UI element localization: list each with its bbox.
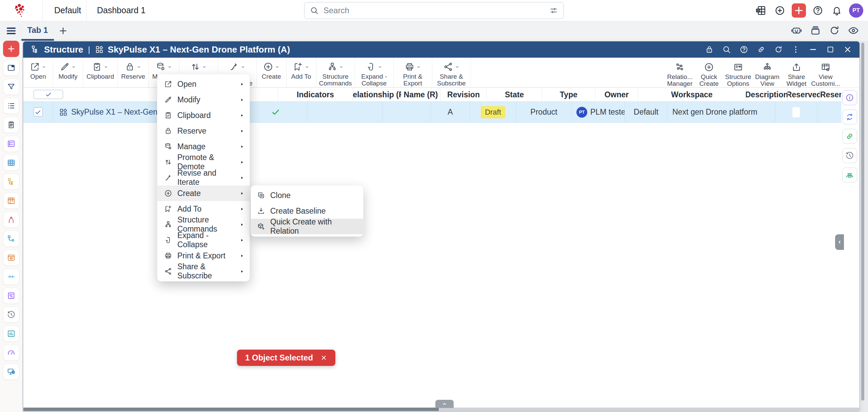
dashboard-gauge-icon[interactable] <box>3 345 19 361</box>
kanban-view-icon[interactable] <box>3 193 19 209</box>
horizontal-scrollbar-thumb[interactable] <box>23 408 439 411</box>
collaboration-panel-icon[interactable] <box>842 168 857 182</box>
notifications-icon[interactable] <box>829 2 845 19</box>
new-item-button[interactable] <box>3 41 19 57</box>
help-icon[interactable] <box>739 45 748 54</box>
toolbar-button[interactable]: Reserve <box>118 58 149 87</box>
add-tab-button[interactable] <box>58 26 68 36</box>
context-menu-item[interactable]: Clipboard <box>157 107 250 123</box>
context-menu-item[interactable]: Modify <box>157 92 250 107</box>
submenu-item[interactable]: Clone <box>251 188 363 203</box>
windows-icon[interactable] <box>3 60 19 76</box>
context-menu-item[interactable]: Print & Export <box>157 248 250 263</box>
toolbar-button[interactable]: Clipboard <box>83 58 118 87</box>
hamburger-menu-icon[interactable] <box>5 25 17 37</box>
context-menu-item[interactable]: Revise and Iterate <box>157 170 250 185</box>
column-header[interactable]: Revision <box>440 87 487 102</box>
panel-collapse-handle[interactable] <box>835 234 844 250</box>
history-panel-icon[interactable] <box>842 148 857 163</box>
toolbar-button[interactable]: Quick Create <box>694 58 724 87</box>
toolbar-button[interactable]: Open <box>23 58 53 87</box>
horizontal-scrollbar[interactable] <box>23 408 859 411</box>
vertical-scrollbar-thumb[interactable] <box>861 43 864 400</box>
search-settings-icon[interactable] <box>549 6 558 15</box>
close-icon[interactable] <box>843 45 852 54</box>
form-view-icon[interactable] <box>3 136 19 152</box>
toolbar-button[interactable]: View Customi... <box>811 58 840 87</box>
table-view-icon[interactable] <box>3 155 19 171</box>
submenu-item[interactable]: Create Baseline <box>251 203 363 219</box>
history-icon[interactable] <box>3 307 19 323</box>
table-row[interactable]: SkyPulse X1 – Next-Gen Drone Platform (A… <box>23 102 841 123</box>
lock-icon[interactable] <box>705 45 714 54</box>
app-logo[interactable] <box>12 2 28 19</box>
clipboard-report-icon[interactable] <box>3 117 19 133</box>
submenu-item[interactable]: Quick Create with Relation <box>251 219 363 234</box>
toolbar-button[interactable]: Structure Options <box>724 58 753 87</box>
column-header[interactable]: Indicators <box>278 87 353 102</box>
list-view-icon[interactable] <box>3 98 19 114</box>
column-header[interactable]: Reserved <box>820 87 841 102</box>
lifecycle-panel-icon[interactable] <box>842 110 857 124</box>
toolbar-button[interactable]: Modify <box>53 58 83 87</box>
vertical-scrollbar[interactable] <box>861 41 864 411</box>
toolbar-button[interactable]: Structure Commands <box>316 58 355 87</box>
toolbar-button[interactable]: Print & Export <box>394 58 432 87</box>
column-header[interactable]: Type <box>542 87 595 102</box>
context-menu-item[interactable]: Create <box>157 185 250 201</box>
window-title-bar[interactable]: Structure | SkyPulse X1 – Next-Gen Drone… <box>23 41 860 58</box>
toast-close-icon[interactable] <box>320 354 327 361</box>
filter-icon[interactable] <box>3 79 19 95</box>
scroll-top-button[interactable] <box>435 400 454 408</box>
remote-monitor-icon[interactable] <box>3 364 19 380</box>
global-search[interactable] <box>304 2 564 19</box>
quick-add-button[interactable] <box>792 3 806 18</box>
workflow-view-icon[interactable] <box>3 231 19 247</box>
toolbar-button[interactable]: Add To <box>287 58 316 87</box>
toolbar-button[interactable]: Share Widget <box>782 58 811 87</box>
refresh-icon[interactable] <box>829 25 840 36</box>
maximize-icon[interactable] <box>826 45 835 54</box>
context-menu-item[interactable]: Open <box>157 76 250 92</box>
context-menu-item[interactable]: Share & Subscribe <box>157 263 250 279</box>
preview-window-icon[interactable] <box>3 250 19 266</box>
preview-eye-icon[interactable] <box>848 25 859 36</box>
minimize-icon[interactable] <box>809 45 817 54</box>
context-menu-item[interactable]: Structure Commands <box>157 217 250 232</box>
structure-view-icon[interactable] <box>3 174 19 190</box>
info-panel-icon[interactable] <box>842 90 857 105</box>
relations-panel-icon[interactable] <box>842 129 857 144</box>
copy-link-icon[interactable] <box>757 45 766 54</box>
column-header[interactable]: State <box>487 87 542 102</box>
toolbar-button[interactable]: Expand - Collapse <box>355 58 394 87</box>
context-menu-item[interactable]: Expand - Collapse <box>157 232 250 248</box>
help-icon[interactable] <box>810 2 826 19</box>
column-header[interactable]: Reserved <box>788 87 820 102</box>
context-menu-item[interactable]: Promote & Demote <box>157 154 250 170</box>
context-menu-item[interactable]: Reserve <box>157 123 250 139</box>
toolbar-button[interactable]: Relatio... Manager <box>665 58 694 87</box>
user-avatar[interactable]: PT <box>849 3 863 18</box>
report-chart-icon[interactable] <box>3 326 19 342</box>
search-input[interactable] <box>323 5 545 16</box>
export-excel-icon[interactable] <box>753 2 769 19</box>
refresh-icon[interactable] <box>774 45 783 54</box>
column-header[interactable]: Description <box>746 87 788 102</box>
search-icon[interactable] <box>722 45 731 54</box>
tab-1[interactable]: Tab 1 <box>21 21 54 39</box>
column-header[interactable]: Owner <box>595 87 638 102</box>
column-header[interactable]: Name (R) <box>401 87 440 102</box>
select-all-checkbox[interactable] <box>34 90 63 99</box>
column-header[interactable]: Relationship (R) <box>353 87 401 102</box>
workspace-tab-default[interactable]: Default <box>54 0 81 21</box>
document-outline-icon[interactable] <box>3 288 19 304</box>
toolbar-button[interactable]: Diagram View <box>753 58 782 87</box>
create-new-icon[interactable] <box>772 2 788 19</box>
toolbar-button[interactable]: Share & Subscribe <box>432 58 471 87</box>
archive-tray-icon[interactable] <box>810 25 821 36</box>
workspace-tab-dashboard[interactable]: Dashboard 1 <box>97 0 145 21</box>
context-menu-item[interactable]: Add To <box>157 201 250 217</box>
column-header[interactable]: Workspace <box>638 87 746 102</box>
compare-icon[interactable] <box>3 269 19 285</box>
assistant-bot-icon[interactable] <box>791 25 802 36</box>
